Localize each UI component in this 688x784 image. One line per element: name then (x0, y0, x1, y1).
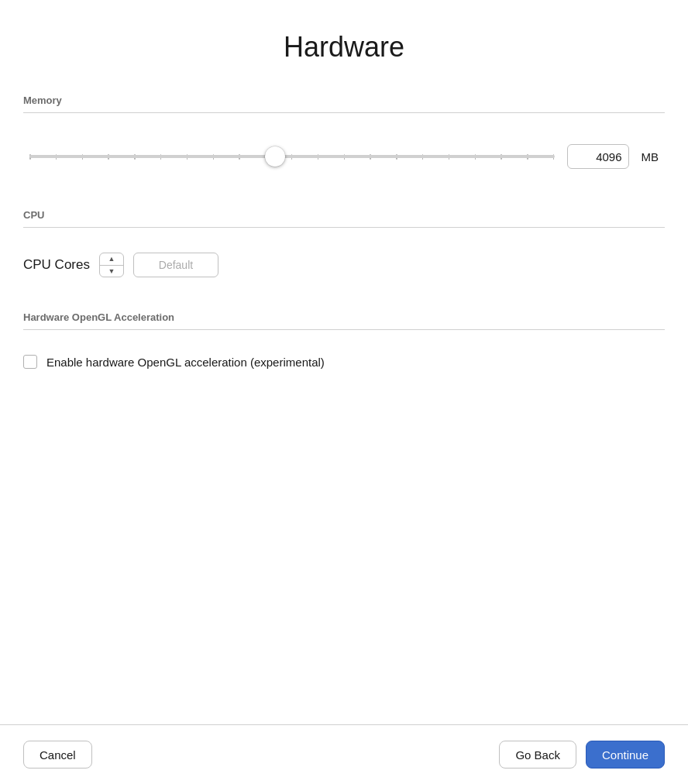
footer: Cancel Go Back Continue (0, 724, 688, 784)
opengl-checkbox-row: Enable hardware OpenGL acceleration (exp… (23, 349, 665, 375)
continue-button[interactable]: Continue (586, 741, 665, 769)
cancel-button[interactable]: Cancel (23, 741, 92, 769)
cpu-section: CPU CPU Cores ▲ ▼ Default (23, 209, 665, 284)
page-title: Hardware (23, 31, 665, 64)
memory-unit-label: MB (642, 150, 659, 163)
memory-slider-row: 4096 MB (23, 132, 665, 181)
footer-right: Go Back Continue (499, 741, 665, 769)
memory-divider (23, 112, 665, 113)
cpu-cores-value[interactable]: Default (133, 253, 218, 277)
opengl-checkbox[interactable] (23, 355, 37, 369)
stepper-up-button[interactable]: ▲ (100, 253, 123, 265)
opengl-section-label: Hardware OpenGL Acceleration (23, 311, 665, 323)
footer-left: Cancel (23, 741, 92, 769)
opengl-section: Hardware OpenGL Acceleration Enable hard… (23, 311, 665, 375)
cpu-divider (23, 227, 665, 228)
memory-section: Memory (23, 95, 665, 181)
opengl-divider (23, 329, 665, 330)
memory-slider-wrapper (29, 155, 555, 158)
go-back-button[interactable]: Go Back (499, 741, 576, 769)
memory-slider[interactable] (29, 155, 555, 158)
memory-section-label: Memory (23, 95, 665, 106)
cpu-cores-row: CPU Cores ▲ ▼ Default (23, 246, 665, 284)
cpu-cores-stepper[interactable]: ▲ ▼ (99, 253, 124, 277)
memory-value-display[interactable]: 4096 (567, 144, 629, 169)
cpu-cores-label: CPU Cores (23, 257, 90, 273)
opengl-checkbox-label: Enable hardware OpenGL acceleration (exp… (46, 356, 325, 369)
stepper-down-button[interactable]: ▼ (100, 266, 123, 277)
cpu-section-label: CPU (23, 209, 665, 221)
